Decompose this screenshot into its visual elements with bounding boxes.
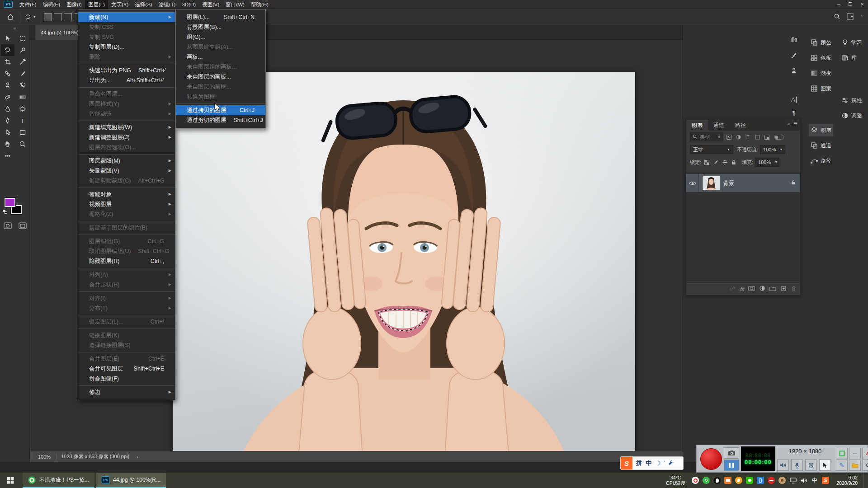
collapse-toolbar-icon[interactable]: « [0, 25, 29, 33]
new-group-icon[interactable] [769, 285, 776, 293]
lock-all-icon[interactable] [730, 159, 737, 166]
menu-item-copy-svg[interactable]: 复制 SVG [78, 32, 175, 42]
quick-mask-icon[interactable] [4, 222, 12, 231]
tab-layers[interactable]: 图层 [686, 120, 708, 131]
submenu-item-artboard-from-group[interactable]: 来自图层组的画板... [176, 62, 265, 72]
ime-chinese-indicator[interactable]: 中 [646, 459, 652, 467]
blend-mode-select[interactable]: 正常▼ [690, 145, 733, 154]
updater-tray-icon[interactable]: ↻ [703, 477, 710, 484]
network-tray-icon[interactable] [789, 477, 797, 484]
filter-pixel-layers-icon[interactable] [725, 133, 733, 141]
close-recorder-icon[interactable]: ✕ [862, 448, 868, 459]
color-panel-button[interactable]: 颜色 [809, 36, 833, 49]
menu-window[interactable]: 窗口(W) [222, 0, 248, 9]
patterns-panel-button[interactable]: 图案 [809, 82, 833, 95]
eraser-tool[interactable] [1, 91, 14, 103]
ime-pinyin-indicator[interactable]: 拼 [636, 459, 642, 467]
submenu-item-layer[interactable]: 图层(L)...Shift+Ctrl+N [176, 12, 265, 22]
submenu-item-group-from-layers[interactable]: 从图层建立组(A)... [176, 42, 265, 52]
submenu-item-artboard[interactable]: 画板... [176, 52, 265, 62]
paths-panel-button[interactable]: 路径 [809, 155, 833, 167]
layer-visibility-toggle[interactable] [686, 174, 699, 192]
menu-item-rename-layer[interactable]: 重命名图层... [78, 89, 175, 99]
filter-adjustment-layers-icon[interactable] [735, 133, 742, 141]
menu-item-merge-layers[interactable]: 合并图层(E)Ctrl+E [78, 354, 175, 364]
screen-mode-icon[interactable] [19, 222, 27, 231]
tab-channels[interactable]: 通道 [708, 120, 730, 131]
speaker-icon[interactable] [777, 460, 789, 471]
menu-item-group-layers[interactable]: 图层编组(G)Ctrl+G [78, 236, 175, 246]
close-window-icon[interactable]: ✕ [856, 0, 868, 9]
menu-edit[interactable]: 编辑(E) [40, 0, 63, 9]
cursor-capture-icon[interactable] [819, 460, 831, 471]
menu-image[interactable]: 图像(I) [63, 0, 85, 9]
menu-item-new-layer-based-slice[interactable]: 新建基于图层的切片(B) [78, 223, 175, 233]
menu-item-layer-content-options[interactable]: 图层内容选项(O)... [78, 142, 175, 152]
layer-filter-type-select[interactable]: 类型 ▼ [690, 132, 723, 141]
layer-filter-toggle[interactable] [774, 135, 784, 140]
opacity-select[interactable]: 100%▼ [760, 145, 785, 154]
menu-item-vector-mask[interactable]: 矢量蒙版(V) [78, 166, 175, 176]
layers-panel-button[interactable]: 图层 [809, 124, 833, 136]
submenu-item-frame-from-layers[interactable]: 来自图层的画框... [176, 82, 265, 92]
layer-name[interactable]: 背景 [723, 179, 791, 187]
maximize-window-icon[interactable]: ❐ [844, 0, 856, 9]
pencil-icon[interactable]: ✎ [836, 460, 848, 471]
submenu-item-background-layer[interactable]: 背景图层(B)... [176, 22, 265, 32]
clone-source-panel-icon[interactable] [790, 67, 797, 76]
paragraph-panel-icon[interactable]: ¶ [793, 109, 796, 116]
new-layer-icon[interactable] [780, 285, 787, 293]
layer-style-fx-icon[interactable]: fx [740, 286, 744, 292]
lock-transparency-icon[interactable] [703, 159, 710, 166]
sogou-tray-icon[interactable]: S [822, 477, 829, 484]
wechat-tray-icon[interactable] [746, 477, 753, 484]
submenu-item-group[interactable]: 组(G)... [176, 32, 265, 42]
folder-icon[interactable] [849, 460, 861, 471]
minimize-window-icon[interactable]: ─ [833, 0, 844, 9]
taskbar-browser-window[interactable]: 不流瑕疵！PS一招... [23, 473, 94, 488]
swatches-panel-button[interactable]: 色板 [809, 52, 833, 64]
zoom-tool[interactable] [16, 138, 29, 150]
edit-toolbar-icon[interactable] [1, 150, 14, 162]
menu-item-delete[interactable]: 删除 [78, 52, 175, 62]
move-tool[interactable] [1, 33, 14, 44]
show-desktop-button[interactable] [863, 473, 865, 488]
lock-pixels-icon[interactable] [712, 159, 719, 166]
submenu-item-layer-via-cut[interactable]: 通过剪切的图层Shift+Ctrl+J [176, 115, 265, 125]
menu-help[interactable]: 帮助(H) [248, 0, 272, 9]
fill-select[interactable]: 100%▼ [755, 158, 779, 167]
pause-button[interactable] [724, 460, 739, 471]
type-tool[interactable]: T [16, 115, 29, 127]
layer-row-background[interactable]: 背景 [686, 174, 800, 192]
new-selection-mode-icon[interactable] [44, 13, 52, 21]
adjustments-panel-button[interactable]: 调整 [840, 109, 864, 122]
360-tray-icon[interactable] [735, 477, 742, 484]
histogram-panel-icon[interactable] [790, 36, 797, 45]
zoom-level[interactable]: 100% [30, 453, 57, 460]
menu-layer[interactable]: 图层(L) [85, 0, 108, 9]
menu-select[interactable]: 选择(S) [132, 0, 155, 9]
channels-panel-button[interactable]: 通道 [809, 139, 833, 152]
lock-position-icon[interactable] [721, 159, 728, 166]
moon-icon[interactable]: ☽ [655, 460, 661, 467]
cpu-temp-indicator[interactable]: 34°C CPU温度 [666, 475, 685, 486]
link-layers-icon[interactable] [729, 285, 736, 293]
record-button[interactable] [700, 448, 722, 470]
layer-thumbnail[interactable] [703, 176, 720, 190]
region-select-icon[interactable] [836, 448, 848, 459]
new-adjustment-layer-icon[interactable] [759, 285, 765, 293]
menu-item-ungroup-layers[interactable]: 取消图层编组(U)Shift+Ctrl+G [78, 246, 175, 256]
window-tray-icon[interactable] [724, 477, 731, 484]
sogou-logo-icon[interactable]: S [621, 457, 632, 469]
menu-item-align[interactable]: 对齐(I) [78, 293, 175, 303]
menu-item-smart-filter[interactable]: 智能滤镜 [78, 109, 175, 119]
start-button[interactable] [0, 473, 21, 488]
menu-item-smart-objects[interactable]: 智能对象 [78, 189, 175, 199]
default-colors-icon[interactable] [3, 210, 7, 214]
record-tray-icon[interactable] [692, 477, 699, 484]
menu-item-new-fill-layer[interactable]: 新建填充图层(W) [78, 122, 175, 132]
minimize-recorder-icon[interactable]: ─ [849, 448, 861, 459]
crop-tool[interactable] [1, 56, 14, 68]
submenu-item-artboard-from-layers[interactable]: 来自图层的画板... [176, 72, 265, 82]
menu-item-create-clipping-mask[interactable]: 创建剪贴蒙版(C)Alt+Ctrl+G [78, 176, 175, 186]
